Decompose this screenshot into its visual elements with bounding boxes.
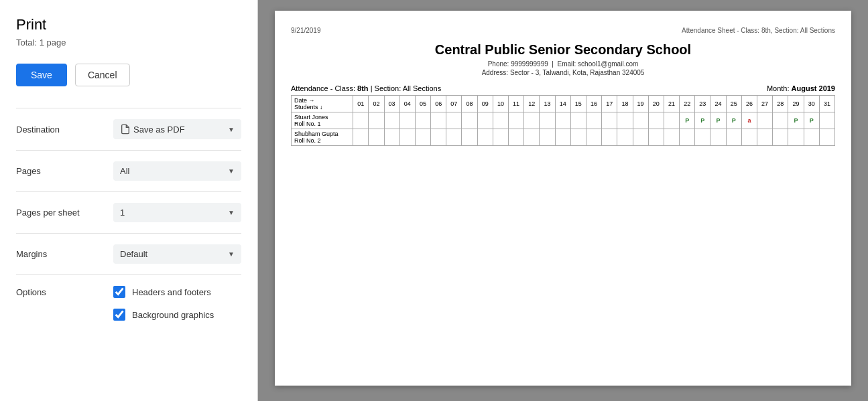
day-header: 08 — [462, 96, 477, 112]
preview-panel: 9/21/2019 Attendance Sheet - Class: 8th,… — [258, 0, 868, 401]
attendance-cell — [369, 129, 384, 146]
destination-select[interactable]: Save as PDF ▼ — [113, 119, 241, 139]
attendance-cell — [819, 129, 834, 146]
attendance-class-info: Attendance - Class: 8th | Section: All S… — [291, 84, 441, 92]
day-header: 15 — [570, 96, 586, 112]
attendance-cell — [617, 112, 633, 129]
attendance-cell — [493, 129, 508, 146]
school-contact: Phone: 9999999999 | Email: school1@gmail… — [291, 60, 835, 68]
pages-per-sheet-select[interactable]: 1 ▼ — [113, 203, 241, 222]
margins-value: Default — [120, 249, 147, 259]
attendance-cell: P — [695, 112, 710, 129]
headers-footers-row: Headers and footers — [113, 286, 241, 298]
file-icon — [120, 124, 131, 135]
attendance-cell: a — [741, 112, 757, 129]
phone-label: Phone: — [488, 60, 509, 68]
attendance-cell — [462, 112, 477, 129]
day-header: 06 — [431, 96, 446, 112]
attendance-cell — [710, 129, 726, 146]
day-header: 04 — [399, 96, 415, 112]
checkboxes: Headers and footers Background graphics — [113, 286, 241, 321]
attendance-cell — [602, 112, 617, 129]
month-value: August 2019 — [792, 84, 835, 92]
attendance-cell — [664, 112, 679, 129]
preview-date: 9/21/2019 — [291, 27, 321, 34]
pages-per-sheet-value: 1 — [120, 208, 125, 218]
day-header: 19 — [633, 96, 648, 112]
margins-label: Margins — [16, 249, 113, 259]
attendance-cell — [586, 112, 601, 129]
school-name: Central Public Senior Secondary School — [291, 42, 835, 58]
attendance-cell — [477, 112, 493, 129]
day-header: 20 — [648, 96, 664, 112]
day-header: 03 — [384, 96, 399, 112]
pages-value: All — [120, 166, 129, 176]
day-header: 16 — [586, 96, 601, 112]
attendance-cell — [431, 129, 446, 146]
attendance-cell — [819, 112, 834, 129]
day-header: 01 — [353, 96, 369, 112]
attendance-cell — [633, 129, 648, 146]
email-value: school1@gmail.com — [578, 60, 638, 68]
pages-select-box[interactable]: All ▼ — [113, 161, 241, 181]
attendance-label: Attendance - Class: — [291, 84, 357, 92]
attendance-cell — [524, 129, 540, 146]
attendance-cell — [540, 129, 555, 146]
day-header: 14 — [555, 96, 570, 112]
day-header: 11 — [509, 96, 524, 112]
attendance-cell — [648, 112, 664, 129]
attendance-cell — [462, 129, 477, 146]
pages-select[interactable]: All ▼ — [113, 161, 241, 181]
attendance-cell — [664, 129, 679, 146]
margins-row: Margins Default ▼ — [16, 234, 241, 275]
day-header: 07 — [446, 96, 462, 112]
day-header: 12 — [524, 96, 540, 112]
chevron-down-icon: ▼ — [228, 209, 235, 216]
attendance-cell: P — [804, 112, 819, 129]
total-label: Total: — [16, 37, 37, 48]
day-header: 30 — [804, 96, 819, 112]
attendance-cell — [353, 112, 369, 129]
attendance-cell — [757, 112, 773, 129]
day-header: 21 — [664, 96, 679, 112]
total-value: 1 page — [40, 37, 66, 48]
save-button[interactable]: Save — [16, 64, 67, 86]
day-header: 28 — [773, 96, 788, 112]
attendance-cell — [570, 129, 586, 146]
attendance-cell — [431, 112, 446, 129]
class-value: 8th — [357, 84, 369, 92]
attendance-cell — [648, 129, 664, 146]
attendance-cell: P — [788, 112, 804, 129]
destination-select-box[interactable]: Save as PDF ▼ — [113, 119, 241, 139]
headers-footers-checkbox[interactable] — [113, 286, 125, 298]
attendance-cell — [695, 129, 710, 146]
attendance-cell — [509, 112, 524, 129]
chevron-down-icon: ▼ — [228, 250, 235, 258]
month-info: Month: August 2019 — [767, 84, 835, 92]
attendance-cell: P — [726, 112, 741, 129]
margins-select-box[interactable]: Default ▼ — [113, 244, 241, 264]
margins-select[interactable]: Default ▼ — [113, 244, 241, 264]
attendance-cell — [353, 129, 369, 146]
attendance-cell — [804, 129, 819, 146]
print-title: Print — [16, 16, 241, 33]
section-separator: | Section: — [371, 84, 403, 92]
email-label: Email: — [558, 60, 576, 68]
attendance-cell — [602, 129, 617, 146]
day-header: 18 — [617, 96, 633, 112]
attendance-cell — [757, 129, 773, 146]
options-row: Options Headers and footers Background g… — [16, 275, 241, 331]
attendance-cell — [540, 112, 555, 129]
page-header-row: 9/21/2019 Attendance Sheet - Class: 8th,… — [291, 27, 835, 34]
pages-per-sheet-select-box[interactable]: 1 ▼ — [113, 203, 241, 222]
day-header: 29 — [788, 96, 804, 112]
total-pages: Total: 1 page — [16, 37, 241, 48]
school-address: Address: Sector - 3, Talwandi, Kota, Raj… — [291, 69, 835, 76]
table-row: Shubham GuptaRoll No. 2 — [292, 129, 835, 146]
day-header: 25 — [726, 96, 741, 112]
day-header: 05 — [415, 96, 430, 112]
day-header: 27 — [757, 96, 773, 112]
cancel-button[interactable]: Cancel — [75, 64, 130, 86]
background-graphics-checkbox[interactable] — [113, 309, 125, 321]
day-header: 23 — [695, 96, 710, 112]
